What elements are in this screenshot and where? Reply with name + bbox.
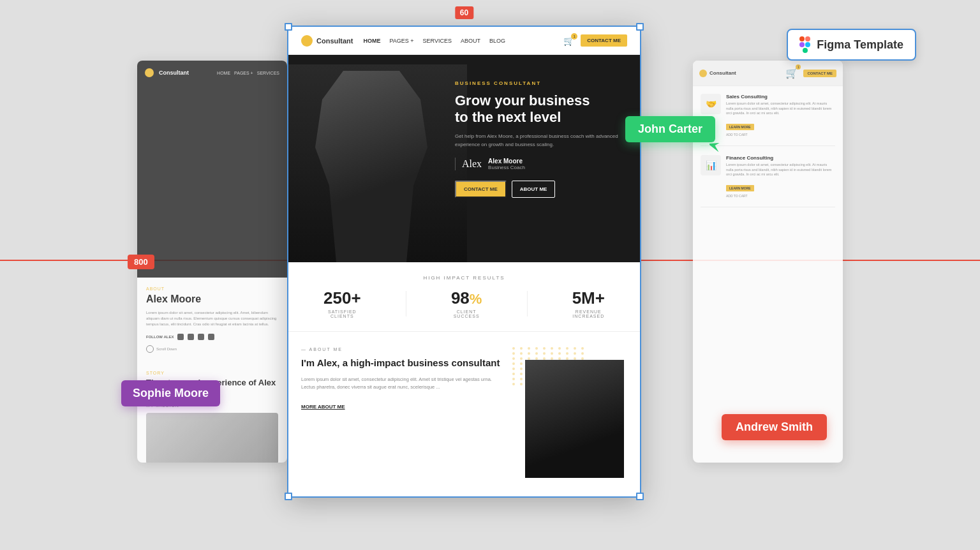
frame-corner-tr[interactable] (636, 23, 644, 31)
left-follow-row: FOLLOW ALEX (146, 334, 278, 340)
stat-clients-label: SATISFIEDCLIENTS (323, 309, 361, 318)
hero-person-silhouette (301, 71, 442, 262)
figma-template-text: Figma Template (817, 38, 903, 52)
finance-add-to-cart[interactable]: ADD TO CART (726, 194, 835, 198)
dot-cell (512, 383, 515, 385)
dot-cell (551, 352, 553, 355)
consultant-navbar: Consultant HOME PAGES + SERVICES ABOUT B… (288, 27, 640, 55)
finance-description: Lorem ipsum dolor sit amet, consectetur … (726, 163, 835, 177)
calculator-icon: 📊 (706, 160, 716, 170)
stat-success-number: 98% (451, 288, 482, 308)
dot-cell (566, 352, 568, 355)
figma-dot-blue (805, 42, 810, 47)
nav-about[interactable]: ABOUT (461, 38, 480, 44)
sales-add-to-cart[interactable]: ADD TO CART (726, 133, 835, 137)
hero-content: BUSINESS CONSULTANT Grow your business t… (455, 80, 627, 198)
cons-cart-icon[interactable]: 🛒 1 (563, 36, 574, 46)
hero-contact-button[interactable]: CONTACT ME (455, 181, 507, 198)
left-card-hero: Consultant HOME PAGES + SERVICES (137, 61, 287, 278)
right-cart-icon: 🛒 1 (785, 67, 798, 79)
left-logo-text: Consultant (159, 70, 189, 76)
figma-dot-red (799, 36, 805, 41)
stat-divider-2 (527, 291, 528, 316)
finance-title: Finance Consulting (726, 155, 835, 161)
nav-home[interactable]: HOME (363, 38, 380, 44)
dot-cell (543, 352, 546, 355)
right-service-finance: 📊 Finance Consulting Lorem ipsum dolor s… (701, 155, 835, 207)
dot-cell (535, 352, 538, 355)
about-description: Lorem ipsum dolor sit amet, consectetur … (301, 376, 502, 392)
finance-learn-more[interactable]: LEARN MORE (726, 185, 754, 191)
nav-pages[interactable]: PAGES + (389, 38, 413, 44)
figma-logo-icon (799, 36, 810, 53)
cons-cart-badge: 1 (571, 33, 577, 40)
stat-success: 98% CLIENTSUCCESS (451, 288, 482, 318)
john-carter-badge: John Carter (625, 116, 715, 142)
hero-title-line2: to the next level (455, 109, 561, 125)
dot-cell (520, 357, 523, 360)
figma-dot-row-1 (799, 36, 810, 41)
andrew-smith-badge: Andrew Smith (722, 414, 827, 440)
left-story-section: STORY The story and experience of Alex M… (137, 362, 287, 463)
frame-corner-bl[interactable] (285, 493, 292, 500)
finance-icon-box: 📊 (701, 155, 721, 175)
dot-cell (520, 378, 523, 380)
figma-template-badge: Figma Template (787, 29, 916, 61)
hero-title: Grow your business to the next level (455, 93, 627, 126)
dot-cell (574, 347, 576, 350)
right-card-header: Consultant 🛒 1 CONTACT ME (693, 61, 843, 86)
about-person-image (525, 360, 624, 478)
figma-dot-purple (799, 42, 805, 47)
left-about-description: Lorem ipsum dolor sit amet, consectetur … (146, 310, 278, 327)
dot-cell (528, 347, 530, 350)
left-nav-links: HOME PAGES + SERVICES (217, 71, 279, 75)
cons-nav-actions: 🛒 1 CONTACT ME (563, 34, 627, 47)
right-contact-button[interactable]: CONTACT ME (803, 70, 836, 77)
left-about-name: Alex Moore (146, 294, 278, 305)
about-text-area: ABOUT ME I'm Alex, a high-impact busines… (301, 347, 502, 411)
dot-cell (528, 352, 530, 355)
figma-dot-row-3 (799, 48, 810, 53)
about-image-area: // Generate dots inline for(let i = 0; i… (512, 347, 627, 411)
left-about-label: ABOUT (146, 286, 278, 291)
figma-dot-orange (805, 36, 810, 41)
cons-contact-button[interactable]: CONTACT ME (581, 34, 627, 47)
hero-author-name: Alex Moore (488, 158, 525, 165)
left-image-placeholder (146, 413, 278, 463)
hero-label: BUSINESS CONSULTANT (455, 80, 627, 86)
hero-about-button[interactable]: ABOUT ME (512, 181, 556, 198)
about-photo (525, 360, 624, 478)
social-twitter-icon (188, 334, 194, 340)
frame-corner-tl[interactable] (285, 23, 292, 31)
sales-title: Sales Consulting (726, 94, 835, 100)
nav-blog[interactable]: BLOG (489, 38, 505, 44)
about-section: ABOUT ME I'm Alex, a high-impact busines… (288, 332, 640, 426)
left-story-label: STORY (146, 371, 278, 375)
about-title: I'm Alex, a high-impact business consult… (301, 357, 502, 369)
left-nav-services: SERVICES (257, 71, 279, 75)
stat-revenue: 5M+ REVENUEINCREASED (572, 288, 605, 318)
hero-signature: Alex (462, 158, 482, 170)
sales-service-text: Sales Consulting Lorem ipsum dolor sit a… (726, 94, 835, 137)
nav-services[interactable]: SERVICES (423, 38, 452, 44)
hero-author-title: Business Coach (488, 165, 525, 170)
cons-logo-text: Consultant (316, 37, 353, 45)
left-nav: Consultant HOME PAGES + SERVICES (145, 68, 279, 77)
stat-percent-sign: % (470, 291, 482, 307)
sales-learn-more[interactable]: LEARN MORE (726, 124, 754, 130)
main-preview-frame: 60 Consultant HOME PAGES + SERVICES ABOU… (287, 26, 641, 498)
dot-cell (520, 362, 523, 365)
hero-title-line1: Grow your business (455, 93, 590, 108)
sales-icon-box: 🤝 (701, 94, 721, 114)
about-more-link[interactable]: MORE ABOUT ME (301, 404, 345, 410)
right-preview-card: Consultant 🛒 1 CONTACT ME 🤝 Sales Consul… (693, 61, 843, 463)
right-logo-text: Consultant (709, 70, 736, 76)
stat-clients: 250+ SATISFIEDCLIENTS (323, 288, 361, 318)
frame-corner-br[interactable] (636, 493, 644, 500)
left-follow-label: FOLLOW ALEX (146, 335, 174, 339)
dot-cell (512, 357, 515, 360)
scroll-label: Scroll Down (156, 347, 177, 351)
cons-nav-links: HOME PAGES + SERVICES ABOUT BLOG (363, 38, 553, 44)
stats-row: 250+ SATISFIEDCLIENTS 98% CLIENTSUCCESS … (301, 288, 627, 318)
right-cart-badge: 1 (796, 64, 801, 70)
